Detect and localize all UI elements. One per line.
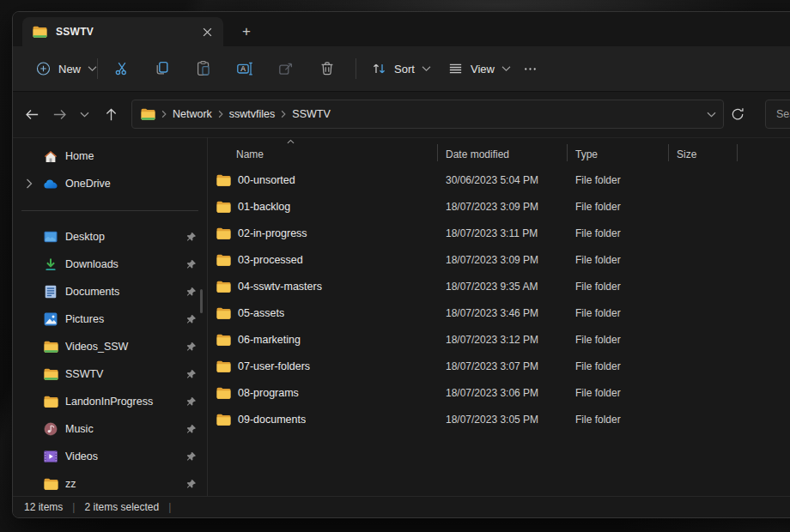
column-header-size[interactable]: Size (669, 139, 738, 165)
status-divider: | (168, 501, 171, 513)
address-breadcrumb-bar[interactable]: NetworksswtvfilesSSWTV (131, 100, 724, 129)
breadcrumb-item-network[interactable]: Network (173, 108, 212, 120)
sidebar-item-videos-ssw[interactable]: Videos_SSW (17, 333, 203, 360)
folder-icon (33, 26, 47, 38)
search-input[interactable] (775, 107, 790, 121)
breadcrumb-item-sswtvfiles[interactable]: sswtvfiles (229, 108, 275, 120)
sidebar-item-landoninprogress[interactable]: LandonInProgress (17, 388, 203, 415)
column-header-date-modified[interactable]: Date modified (438, 139, 568, 165)
folder-icon (216, 307, 231, 319)
pin-icon (185, 232, 198, 243)
back-arrow-icon (24, 106, 40, 123)
chevron-right-icon[interactable] (22, 178, 36, 189)
table-row-08-programs[interactable]: 08-programs18/07/2023 3:06 PMFile folder (208, 379, 790, 406)
navigation-pane: HomeOneDriveDesktopDownloadsDocumentsPic… (13, 137, 207, 497)
file-name: 05-assets (238, 307, 284, 319)
column-header-label: Name (236, 148, 264, 160)
file-date-modified: 30/06/2023 5:04 PM (438, 174, 568, 186)
up-arrow-icon (103, 106, 119, 123)
see-more-button[interactable] (514, 54, 545, 83)
breadcrumb-item-sswtv[interactable]: SSWTV (292, 108, 330, 120)
sidebar-item-home[interactable]: Home (17, 142, 203, 170)
file-name: 00-unsorted (238, 174, 295, 186)
table-row-00-unsorted[interactable]: 00-unsorted30/06/2023 5:04 PMFile folder (208, 166, 790, 193)
view-button[interactable]: View (440, 55, 519, 83)
selection-count: 2 items selected (84, 501, 159, 513)
pin-icon (185, 479, 198, 490)
new-button[interactable]: New (27, 55, 106, 83)
refresh-button[interactable] (725, 101, 750, 127)
sidebar-item-label: Videos (65, 450, 178, 462)
sidebar-item-onedrive[interactable]: OneDrive (17, 170, 203, 197)
recent-locations-button[interactable] (71, 100, 97, 128)
sidebar-divider (13, 197, 207, 223)
folder-icon (216, 174, 231, 186)
paste-button[interactable] (187, 54, 220, 83)
file-type: File folder (568, 254, 669, 266)
folder-icon (216, 360, 231, 372)
sidebar-scrollbar[interactable] (200, 289, 203, 313)
file-name: 02-in-progress (238, 227, 307, 239)
address-dropdown-icon[interactable] (707, 112, 716, 118)
delete-icon (319, 60, 336, 77)
cut-button[interactable] (106, 54, 138, 83)
table-row-07-user-folders[interactable]: 07-user-folders18/07/2023 3:07 PMFile fo… (208, 353, 790, 379)
sidebar-item-videos[interactable]: Videos (17, 443, 203, 470)
share-button[interactable] (270, 54, 302, 83)
table-row-09-documents[interactable]: 09-documents18/07/2023 3:05 PMFile folde… (208, 406, 790, 432)
cut-icon (113, 60, 131, 77)
folder-icon (43, 478, 58, 490)
column-header-type[interactable]: Type (568, 139, 669, 165)
sidebar-item-zz[interactable]: zz (17, 470, 203, 498)
sidebar-item-pictures[interactable]: Pictures (17, 305, 203, 333)
sidebar-item-sswtv[interactable]: SSWTV (17, 360, 203, 388)
copy-button[interactable] (146, 54, 179, 83)
chevron-down-icon (88, 66, 97, 72)
column-header-name[interactable]: Name (208, 139, 438, 165)
sidebar-items: HomeOneDriveDesktopDownloadsDocumentsPic… (13, 142, 207, 498)
sort-button[interactable]: Sort (363, 55, 439, 83)
content-area: HomeOneDriveDesktopDownloadsDocumentsPic… (13, 137, 790, 497)
rename-button[interactable]: A (228, 54, 261, 83)
search-box[interactable] (765, 100, 790, 129)
table-row-05-assets[interactable]: 05-assets18/07/2023 3:46 PMFile folder (208, 299, 790, 326)
copy-icon (154, 60, 171, 77)
sidebar-item-label: zz (65, 478, 178, 490)
sidebar-item-desktop[interactable]: Desktop (17, 223, 203, 251)
file-type: File folder (568, 334, 669, 346)
table-row-02-in-progress[interactable]: 02-in-progress18/07/2023 3:11 PMFile fol… (208, 220, 790, 246)
up-button[interactable] (97, 100, 125, 128)
onedrive-icon (43, 179, 58, 189)
file-name: 01-backlog (238, 201, 290, 213)
pin-icon (185, 396, 198, 408)
file-type: File folder (568, 387, 669, 399)
sidebar-item-downloads[interactable]: Downloads (17, 251, 203, 278)
plus-circle-icon (35, 61, 52, 77)
sort-ascending-icon (287, 139, 295, 144)
table-row-04-sswtv-masters[interactable]: 04-sswtv-masters18/07/2023 9:35 AMFile f… (208, 273, 790, 299)
table-row-03-processed[interactable]: 03-processed18/07/2023 3:09 PMFile folde… (208, 246, 790, 273)
status-bar: 12 items | 2 items selected | (13, 496, 790, 517)
sidebar-item-documents[interactable]: Documents (17, 278, 203, 305)
back-button[interactable] (18, 100, 46, 128)
tab-close-button[interactable] (198, 22, 216, 41)
command-bar: New A Sort View (13, 46, 790, 92)
sidebar-item-label: Desktop (65, 231, 178, 243)
videos-icon (43, 450, 58, 462)
pin-icon (185, 287, 198, 298)
pictures-icon (43, 312, 58, 326)
file-name: 07-user-folders (238, 360, 310, 372)
file-name: 08-programs (238, 387, 299, 399)
share-icon (277, 60, 295, 77)
forward-button[interactable] (46, 100, 73, 128)
sidebar-item-music[interactable]: Music (17, 415, 203, 443)
pin-icon (185, 259, 198, 270)
file-type: File folder (568, 360, 669, 372)
tab-sswtv[interactable]: SSWTV (22, 17, 223, 46)
delete-button[interactable] (311, 54, 343, 83)
file-name: 06-marketing (238, 334, 301, 346)
new-tab-button[interactable]: + (234, 20, 258, 43)
table-row-06-marketing[interactable]: 06-marketing18/07/2023 3:12 PMFile folde… (208, 326, 790, 353)
rename-icon: A (236, 60, 253, 77)
table-row-01-backlog[interactable]: 01-backlog18/07/2023 3:09 PMFile folder (208, 193, 790, 220)
